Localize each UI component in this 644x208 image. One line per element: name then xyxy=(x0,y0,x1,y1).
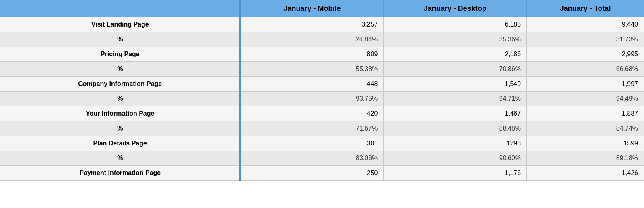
row-label-cell: Pricing Page xyxy=(0,47,240,62)
table-row: %93.75%94.71%94.49% xyxy=(0,92,644,106)
table-row: Pricing Page8092,1862,995 xyxy=(0,47,644,62)
header-total: January - Total xyxy=(527,0,644,17)
desktop-value-cell: 94.71% xyxy=(384,92,527,106)
header-mobile: January - Mobile xyxy=(240,0,384,17)
total-value-cell: 1,887 xyxy=(527,106,644,121)
main-table-container: January - Mobile January - Desktop Janua… xyxy=(0,0,644,181)
pct-label-cell: % xyxy=(0,32,240,47)
table-row: %55.38%70.86%66.68% xyxy=(0,62,644,77)
mobile-value-cell: 24.84% xyxy=(240,32,384,47)
total-value-cell: 1,997 xyxy=(527,77,644,92)
table-body: Visit Landing Page3,2576,1839,440%24.84%… xyxy=(0,17,644,181)
row-label-cell: Your Information Page xyxy=(0,106,240,121)
table-row: Visit Landing Page3,2576,1839,440 xyxy=(0,17,644,32)
mobile-value-cell: 809 xyxy=(240,47,384,62)
desktop-value-cell: 6,183 xyxy=(384,17,527,32)
mobile-value-cell: 448 xyxy=(240,77,384,92)
total-value-cell: 94.49% xyxy=(527,92,644,106)
desktop-value-cell: 1,549 xyxy=(384,77,527,92)
desktop-value-cell: 1,176 xyxy=(384,166,527,181)
total-value-cell: 2,995 xyxy=(527,47,644,62)
desktop-value-cell: 88.48% xyxy=(384,121,527,136)
header-label-cell xyxy=(0,0,240,17)
header-desktop: January - Desktop xyxy=(384,0,527,17)
table-row: %83.06%90.60%89.18% xyxy=(0,151,644,166)
table-row: %71.67%88.48%84.74% xyxy=(0,121,644,136)
header-row: January - Mobile January - Desktop Janua… xyxy=(0,0,644,17)
pct-label-cell: % xyxy=(0,151,240,166)
table-row: %24.84%35.36%31.73% xyxy=(0,32,644,47)
total-value-cell: 9,440 xyxy=(527,17,644,32)
total-value-cell: 1599 xyxy=(527,136,644,151)
row-label-cell: Company Information Page xyxy=(0,77,240,92)
total-value-cell: 66.68% xyxy=(527,62,644,77)
table-row: Company Information Page4481,5491,997 xyxy=(0,77,644,92)
mobile-value-cell: 93.75% xyxy=(240,92,384,106)
mobile-value-cell: 301 xyxy=(240,136,384,151)
row-label-cell: Visit Landing Page xyxy=(0,17,240,32)
total-value-cell: 1,426 xyxy=(527,166,644,181)
desktop-value-cell: 35.36% xyxy=(384,32,527,47)
mobile-value-cell: 3,257 xyxy=(240,17,384,32)
mobile-value-cell: 83.06% xyxy=(240,151,384,166)
total-value-cell: 89.18% xyxy=(527,151,644,166)
total-value-cell: 31.73% xyxy=(527,32,644,47)
desktop-value-cell: 90.60% xyxy=(384,151,527,166)
table-row: Plan Details Page30112981599 xyxy=(0,136,644,151)
mobile-value-cell: 250 xyxy=(240,166,384,181)
row-label-cell: Plan Details Page xyxy=(0,136,240,151)
mobile-value-cell: 55.38% xyxy=(240,62,384,77)
table-row: Your Information Page4201,4671,887 xyxy=(0,106,644,121)
total-value-cell: 84.74% xyxy=(527,121,644,136)
pct-label-cell: % xyxy=(0,62,240,77)
pct-label-cell: % xyxy=(0,92,240,106)
desktop-value-cell: 1,467 xyxy=(384,106,527,121)
mobile-value-cell: 420 xyxy=(240,106,384,121)
desktop-value-cell: 2,186 xyxy=(384,47,527,62)
row-label-cell: Payment Information Page xyxy=(0,166,240,181)
mobile-value-cell: 71.67% xyxy=(240,121,384,136)
table-row: Payment Information Page2501,1761,426 xyxy=(0,166,644,181)
data-table: January - Mobile January - Desktop Janua… xyxy=(0,0,644,181)
desktop-value-cell: 1298 xyxy=(384,136,527,151)
pct-label-cell: % xyxy=(0,121,240,136)
desktop-value-cell: 70.86% xyxy=(384,62,527,77)
